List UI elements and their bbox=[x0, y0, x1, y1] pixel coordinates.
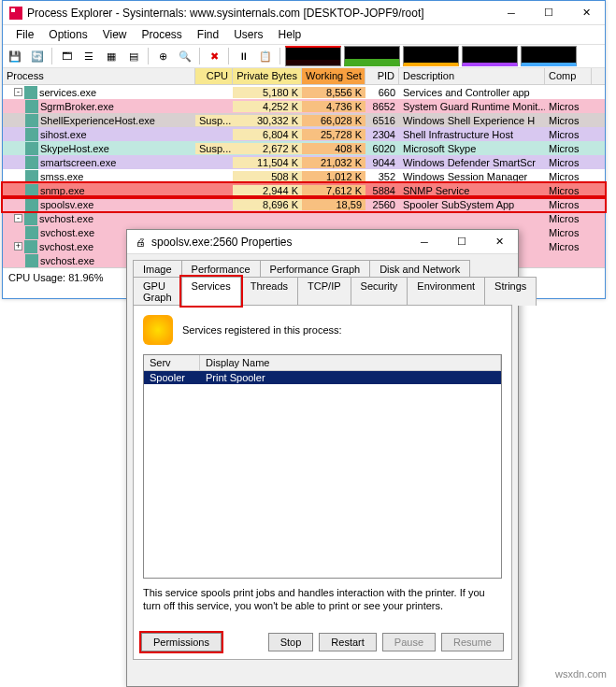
target-icon[interactable]: ⊕ bbox=[152, 46, 173, 66]
cell-comp: Micros bbox=[545, 171, 592, 182]
service-row[interactable]: Spooler Print Spooler bbox=[144, 371, 501, 384]
process-row[interactable]: -services.exe5,180 K8,556 K660Services a… bbox=[3, 85, 605, 99]
cell-pb: 30,332 K bbox=[233, 115, 302, 126]
tab-services[interactable]: Services bbox=[181, 277, 241, 306]
commit-chart[interactable] bbox=[344, 46, 400, 66]
watermark: wsxdn.com bbox=[555, 668, 607, 680]
process-icon bbox=[25, 142, 38, 155]
gpu-chart[interactable] bbox=[521, 46, 577, 66]
cell-comp: Micros bbox=[545, 227, 592, 238]
cell-ws: 4,736 K bbox=[302, 101, 365, 112]
cpu-chart[interactable] bbox=[285, 46, 341, 66]
process-row[interactable]: smss.exe508 K1,012 K352Windows Session M… bbox=[3, 169, 605, 183]
cell-comp: Micros bbox=[545, 241, 592, 252]
separator bbox=[279, 48, 280, 64]
process-name: SgrmBroker.exe bbox=[40, 101, 114, 112]
dialog-close-button[interactable]: ✕ bbox=[480, 231, 518, 253]
process-icon bbox=[25, 100, 38, 113]
tab-image[interactable]: Image bbox=[133, 260, 182, 278]
handle-icon[interactable]: ▤ bbox=[123, 46, 144, 66]
dialog-minimize-button[interactable]: ─ bbox=[406, 231, 443, 253]
process-row[interactable]: spoolsv.exe8,696 K18,592560Spooler SubSy… bbox=[3, 197, 605, 211]
service-description: This service spools print jobs and handl… bbox=[143, 586, 502, 613]
process-name: smss.exe bbox=[40, 171, 83, 182]
col-description[interactable]: Description bbox=[399, 68, 545, 84]
col-working-set[interactable]: Working Set bbox=[302, 68, 365, 84]
close-button[interactable]: ✕ bbox=[567, 2, 605, 24]
col-process[interactable]: Process bbox=[3, 68, 195, 84]
refresh-icon[interactable]: 🔄 bbox=[27, 46, 48, 66]
tab-security[interactable]: Security bbox=[351, 277, 408, 306]
process-row[interactable]: SgrmBroker.exe4,252 K4,736 K8652System G… bbox=[3, 99, 605, 113]
menu-process[interactable]: Process bbox=[135, 26, 190, 43]
process-name: svchost.exe bbox=[40, 227, 94, 238]
services-label: Services registered in this process: bbox=[182, 324, 342, 336]
process-icon bbox=[25, 156, 38, 169]
services-list[interactable]: Serv Display Name Spooler Print Spooler bbox=[143, 354, 502, 579]
stop-button[interactable]: Stop bbox=[268, 633, 314, 651]
cell-pb: 6,804 K bbox=[233, 129, 302, 140]
cell-ws: 21,032 K bbox=[302, 157, 365, 168]
permissions-button[interactable]: Permissions bbox=[141, 633, 222, 651]
col-display-name[interactable]: Display Name bbox=[200, 355, 501, 370]
cell-pid: 2304 bbox=[365, 129, 399, 140]
restart-button[interactable]: Restart bbox=[319, 633, 376, 651]
cell-pb: 508 K bbox=[233, 171, 302, 182]
process-icon bbox=[25, 128, 38, 141]
cell-pid: 5884 bbox=[365, 185, 399, 196]
physical-chart[interactable] bbox=[462, 46, 518, 66]
separator bbox=[228, 48, 229, 64]
menu-file[interactable]: File bbox=[8, 26, 41, 43]
dialog-title: spoolsv.exe:2560 Properties bbox=[151, 236, 406, 249]
dialog-maximize-button[interactable]: ☐ bbox=[443, 231, 480, 253]
tab-strings[interactable]: Strings bbox=[484, 277, 537, 306]
process-row[interactable]: snmp.exe2,944 K7,612 K5884SNMP ServiceMi… bbox=[3, 183, 605, 197]
tab-gpu-graph[interactable]: GPU Graph bbox=[133, 277, 182, 306]
save-icon[interactable]: 💾 bbox=[5, 46, 25, 66]
cell-comp: Micros bbox=[545, 185, 592, 196]
expand-icon[interactable]: - bbox=[14, 214, 22, 222]
kill-icon[interactable]: ✖ bbox=[204, 46, 224, 66]
tab-tcpip[interactable]: TCP/IP bbox=[297, 277, 351, 306]
col-cpu[interactable]: CPU bbox=[195, 68, 233, 84]
expand-icon[interactable]: - bbox=[14, 88, 22, 96]
col-service[interactable]: Serv bbox=[144, 355, 200, 370]
find-icon[interactable]: 🔍 bbox=[175, 46, 195, 66]
tab-environment[interactable]: Environment bbox=[407, 277, 485, 306]
process-row[interactable]: smartscreen.exe11,504 K21,032 K9044Windo… bbox=[3, 155, 605, 169]
process-row[interactable]: sihost.exe6,804 K25,728 K2304Shell Infra… bbox=[3, 127, 605, 141]
cell-pb: 2,944 K bbox=[233, 185, 302, 196]
cell-pb: 8,696 K bbox=[233, 199, 302, 210]
tree-icon[interactable]: ☰ bbox=[79, 46, 99, 66]
tab-disk-network[interactable]: Disk and Network bbox=[369, 260, 470, 278]
suspend-icon[interactable]: ⏸ bbox=[233, 46, 253, 66]
menu-users[interactable]: Users bbox=[226, 26, 270, 43]
cell-desc: Spooler SubSystem App bbox=[399, 199, 545, 210]
process-row[interactable]: -svchost.exeMicros bbox=[3, 211, 605, 225]
menu-help[interactable]: Help bbox=[271, 26, 309, 43]
tab-perf-graph[interactable]: Performance Graph bbox=[260, 260, 371, 278]
menu-view[interactable]: View bbox=[95, 26, 135, 43]
dll-icon[interactable]: ▦ bbox=[101, 46, 122, 66]
cell-comp: Micros bbox=[545, 115, 592, 126]
col-pid[interactable]: PID bbox=[365, 68, 399, 84]
service-name: Spooler bbox=[144, 371, 200, 384]
process-row[interactable]: ShellExperienceHost.exeSusp...30,332 K66… bbox=[3, 113, 605, 127]
minimize-button[interactable]: ─ bbox=[493, 2, 530, 24]
tab-performance[interactable]: Performance bbox=[181, 260, 261, 278]
menu-options[interactable]: Options bbox=[41, 26, 94, 43]
col-private-bytes[interactable]: Private Bytes bbox=[233, 68, 302, 84]
io-chart[interactable] bbox=[403, 46, 459, 66]
process-row[interactable]: SkypeHost.exeSusp...2,672 K408 K6020Micr… bbox=[3, 141, 605, 155]
properties-icon[interactable]: 📋 bbox=[255, 46, 276, 66]
col-company[interactable]: Comp bbox=[545, 68, 592, 84]
service-display-name: Print Spooler bbox=[200, 371, 501, 384]
maximize-button[interactable]: ☐ bbox=[530, 2, 567, 24]
tab-threads[interactable]: Threads bbox=[240, 277, 298, 306]
expand-icon[interactable]: + bbox=[14, 242, 22, 250]
cell-desc: SNMP Service bbox=[399, 185, 545, 196]
cell-ws: 25,728 K bbox=[302, 129, 365, 140]
menu-find[interactable]: Find bbox=[190, 26, 226, 43]
grid-header: Process CPU Private Bytes Working Set PI… bbox=[3, 68, 605, 85]
sysinfo-icon[interactable]: 🗔 bbox=[56, 46, 77, 66]
